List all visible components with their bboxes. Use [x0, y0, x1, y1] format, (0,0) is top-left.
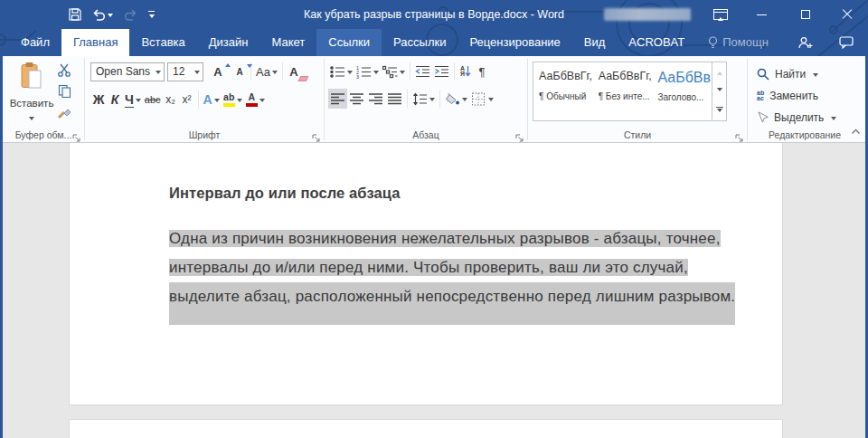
align-left-button-selected[interactable]: [328, 89, 347, 109]
comment-bubble-icon[interactable]: [839, 36, 854, 49]
styles-gallery-more-button[interactable]: [712, 101, 726, 120]
borders-button[interactable]: [469, 89, 495, 109]
select-button[interactable]: Выделить: [757, 107, 862, 129]
font-family-arrow: [156, 71, 161, 77]
increase-indent-button[interactable]: [432, 62, 451, 81]
tab-view[interactable]: Вид: [572, 29, 618, 56]
cut-icon[interactable]: [57, 63, 71, 77]
svg-text:3: 3: [356, 74, 359, 79]
tab-mailings[interactable]: Рассылки: [382, 29, 458, 56]
styles-gallery-scroll: [712, 62, 726, 120]
underline-button[interactable]: Ч: [123, 90, 143, 110]
minimize-button[interactable]: [748, 0, 775, 29]
title-bar: Как убрать разрыв страницы в Ворде.docx …: [0, 0, 868, 29]
strikethrough-button[interactable]: abc: [143, 90, 163, 110]
bullets-button[interactable]: [328, 62, 354, 81]
clear-formatting-button[interactable]: А: [286, 62, 302, 81]
shading-bucket-button[interactable]: [443, 89, 469, 109]
tab-insert[interactable]: Вставка: [129, 29, 196, 56]
font-size-arrow: [194, 71, 200, 77]
font-group-label: Шрифт: [85, 129, 324, 140]
maximize-button[interactable]: [792, 0, 819, 29]
replace-button[interactable]: abac Заменить: [757, 85, 862, 107]
italic-button[interactable]: К: [107, 90, 123, 110]
tell-me-assistant-tab[interactable]: Помощн: [696, 29, 780, 56]
highlight-color-button[interactable]: ab: [222, 90, 244, 110]
styles-gallery: АаБбВвГг, ¶ Обычный АаБбВвГг, ¶ Без инте…: [533, 62, 727, 121]
font-family-combo[interactable]: Open Sans: [90, 62, 165, 81]
lightbulb-icon: [708, 36, 718, 50]
selected-paragraph[interactable]: Одна из причин возникновения нежелательн…: [169, 224, 735, 311]
assistant-label: Помощн: [722, 29, 769, 56]
font-dialog-launcher-icon[interactable]: [312, 130, 321, 139]
grow-font-button[interactable]: А: [210, 62, 226, 81]
align-right-button[interactable]: [366, 89, 385, 109]
style-item-heading1[interactable]: АаБбВв Заголово...: [652, 62, 712, 120]
replace-label: Заменить: [769, 90, 818, 102]
paragraph-dialog-launcher-icon[interactable]: [515, 130, 524, 139]
shrink-font-button[interactable]: А: [231, 62, 248, 81]
text-effects-button[interactable]: А: [202, 90, 222, 110]
close-button[interactable]: [834, 0, 861, 29]
font-size-value: 12: [173, 65, 184, 78]
paste-button[interactable]: Вставить: [8, 62, 55, 136]
numbering-button[interactable]: 123: [354, 62, 381, 81]
font-size-combo[interactable]: 12: [167, 62, 203, 81]
align-center-button[interactable]: [347, 89, 366, 109]
tab-references-hovered[interactable]: Ссылки: [316, 29, 382, 56]
editing-group-label: Редактирование: [748, 129, 862, 140]
find-button[interactable]: Найти: [757, 63, 862, 85]
subscript-button[interactable]: x₂: [163, 90, 179, 110]
paragraph-line-2[interactable]: интервалы до и/или перед ними. Чтобы про…: [169, 253, 735, 282]
window-title: Как убрать разрыв страницы в Ворде.docx …: [0, 0, 868, 29]
justify-button[interactable]: [385, 89, 404, 109]
line-spacing-button[interactable]: [410, 89, 437, 109]
style-item-no-spacing[interactable]: АаБбВвГг, ¶ Без инте...: [593, 62, 653, 120]
change-case-button[interactable]: Аа: [254, 62, 279, 81]
styles-group-label: Стили: [528, 129, 747, 140]
show-paragraph-marks-button[interactable]: ¶: [474, 62, 490, 81]
replace-icon: abac: [757, 90, 764, 101]
font-color-red-bar-icon: [246, 103, 258, 107]
sort-button[interactable]: АЯ: [458, 62, 474, 81]
sort-down-arrow-icon: [465, 65, 471, 78]
clipboard-dialog-launcher-icon[interactable]: [72, 130, 81, 139]
select-cursor-icon: [757, 111, 769, 124]
style-item-normal[interactable]: АаБбВвГг, ¶ Обычный: [533, 62, 593, 120]
styles-scroll-down[interactable]: [712, 81, 726, 100]
paragraph-group: 123 АЯ ¶: [325, 56, 527, 142]
paste-dropdown-arrow[interactable]: [29, 117, 34, 123]
styles-dialog-launcher-icon[interactable]: [735, 130, 744, 139]
tab-file[interactable]: Файл: [9, 29, 61, 56]
paragraph-line-1[interactable]: Одна из причин возникновения нежелательн…: [169, 224, 735, 253]
ribbon-tab-bar: Файл Главная Вставка Дизайн Макет Ссылки…: [0, 29, 868, 56]
superscript-button[interactable]: x²: [179, 90, 195, 110]
tab-review[interactable]: Рецензирование: [458, 29, 571, 56]
tab-design[interactable]: Дизайн: [197, 29, 260, 56]
underline-arrow: [136, 99, 141, 105]
document-heading[interactable]: Интервал до или после абзаца: [169, 185, 400, 202]
multilevel-list-button[interactable]: [381, 62, 407, 81]
window-border-left: [0, 56, 3, 438]
styles-scroll-up-disabled[interactable]: [712, 62, 726, 81]
ribbon-display-options-icon[interactable]: [713, 9, 728, 20]
tab-home-active[interactable]: Главная: [61, 29, 129, 56]
bold-button[interactable]: Ж: [90, 90, 107, 110]
font-color-button[interactable]: А: [244, 90, 267, 110]
find-label: Найти: [775, 68, 806, 81]
paste-clipboard-icon: [19, 62, 44, 91]
clipboard-small-buttons: [57, 63, 71, 119]
account-name-redacted[interactable]: [604, 8, 691, 21]
share-person-icon[interactable]: [798, 36, 814, 50]
paragraph-line-3[interactable]: выделите абзац, расположенный непосредст…: [169, 282, 735, 311]
ribbon-home: Вставить Буфер обм...: [0, 56, 868, 143]
decrease-indent-button[interactable]: [413, 62, 432, 81]
eraser-icon: [298, 76, 309, 81]
copy-icon[interactable]: [58, 84, 71, 98]
highlight-yellow-bar-icon: [223, 103, 235, 107]
collapse-ribbon-chevron-icon[interactable]: [851, 122, 861, 138]
tab-layout[interactable]: Макет: [259, 29, 316, 56]
tab-acrobat[interactable]: ACROBAT: [617, 29, 696, 56]
format-painter-icon[interactable]: [57, 105, 71, 119]
word-window: Как убрать разрыв страницы в Ворде.docx …: [0, 0, 868, 438]
